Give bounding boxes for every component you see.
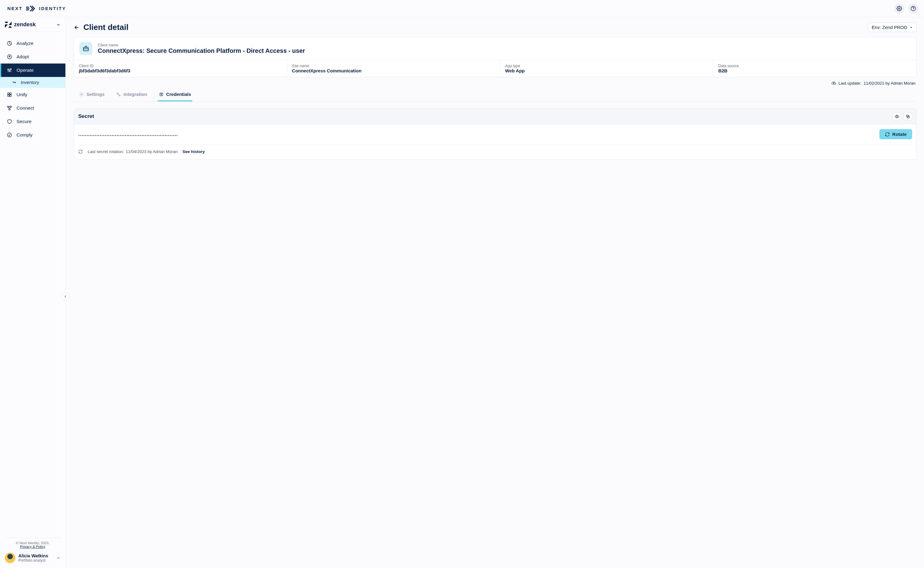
data-source-value: B2B: [718, 68, 912, 73]
sidebar-item-unify[interactable]: Unify: [0, 88, 65, 101]
svg-point-15: [9, 109, 11, 110]
sidebar-item-secure[interactable]: Secure: [0, 115, 65, 128]
svg-rect-11: [8, 95, 9, 97]
chevron-left-icon: [63, 295, 68, 299]
caret-down-icon: [910, 26, 913, 29]
brand-logo: NEXT IDENTITY: [8, 6, 66, 12]
tab-label: Credentials: [166, 92, 191, 97]
sidebar-item-operate[interactable]: Operate: [0, 63, 65, 77]
check-icon: [7, 132, 12, 138]
reveal-secret-button[interactable]: [892, 112, 901, 120]
rotate-icon: [78, 150, 83, 154]
plug-icon: [116, 92, 121, 97]
rotate-icon: [885, 132, 890, 137]
help-button[interactable]: [908, 3, 918, 14]
client-id-value: jbf3dabf3d6f3dabf3d6f3: [79, 68, 282, 73]
last-update-label: Last update:: [838, 81, 861, 86]
tabs: Settings Integration Credentials: [74, 88, 916, 102]
last-update-value: 11/02/2021 by Adrian Moran: [864, 81, 915, 86]
tab-credentials[interactable]: Credentials: [158, 88, 192, 101]
svg-point-16: [8, 133, 12, 137]
client-icon: [79, 42, 92, 55]
sidebar-item-label: Unify: [17, 92, 27, 97]
client-id-label: Client ID: [79, 64, 282, 68]
copyright-text: © Next Identity, 2023.: [5, 541, 60, 545]
operate-icon: [7, 68, 12, 73]
rotate-button[interactable]: Rotate: [879, 129, 912, 139]
app-type-value: Web App: [505, 68, 708, 73]
sidebar-item-adopt[interactable]: Adopt: [0, 50, 65, 63]
back-button[interactable]: [74, 24, 80, 30]
client-name-value: ConnectXpress: Secure Communication Plat…: [98, 47, 305, 54]
tab-integration[interactable]: Integration: [115, 88, 148, 101]
sidebar-item-label: Connect: [17, 105, 34, 111]
sidebar-subitem-inventory[interactable]: Inventory: [0, 77, 65, 88]
shield-icon: [7, 119, 12, 124]
data-source-cell: Data source B2B: [714, 60, 916, 77]
user-name: Alicia Watkins: [18, 553, 53, 558]
copy-icon: [906, 114, 910, 119]
gear-icon: [79, 92, 84, 97]
sidebar-footer: © Next Identity, 2023. Privacy & Policy: [5, 538, 60, 548]
org-picker[interactable]: zendesk: [5, 21, 60, 32]
see-history-link[interactable]: See history: [182, 150, 205, 154]
brand-text-left: NEXT: [8, 6, 23, 11]
svg-point-6: [8, 69, 9, 70]
avatar: [5, 553, 15, 563]
svg-point-7: [9, 71, 10, 71]
svg-rect-12: [10, 95, 11, 97]
user-row[interactable]: Alicia Watkins Portfolio analyst: [0, 548, 65, 568]
rotation-label: Last secret rotation:: [88, 150, 124, 154]
tab-label: Integration: [124, 92, 147, 97]
copy-secret-button[interactable]: [904, 112, 912, 120]
tab-settings[interactable]: Settings: [78, 88, 106, 101]
sidebar-item-comply[interactable]: Comply: [0, 128, 65, 142]
eye-icon: [895, 114, 899, 119]
main-content: Client detail Env: Zend PROD Client name…: [66, 17, 924, 568]
tab-label: Settings: [86, 92, 104, 97]
unify-icon: [7, 92, 12, 97]
env-selector-label: Env: Zend PROD: [872, 25, 907, 30]
env-selector[interactable]: Env: Zend PROD: [868, 23, 916, 32]
user-role: Portfolio analyst: [18, 558, 53, 562]
sidebar-item-label: Operate: [17, 68, 33, 73]
app-type-cell: App type Web App: [500, 60, 714, 77]
adopt-icon: [7, 54, 12, 60]
topbar: NEXT IDENTITY: [0, 0, 924, 17]
connect-icon: [7, 105, 12, 111]
upload-icon: [832, 81, 836, 86]
svg-point-3: [913, 9, 913, 10]
sidebar-subitem-label: Inventory: [21, 80, 39, 85]
svg-point-18: [81, 94, 82, 95]
sidebar-item-analyze[interactable]: Analyze: [0, 37, 65, 50]
data-source-label: Data source: [718, 64, 912, 68]
rotate-button-label: Rotate: [892, 131, 907, 137]
settings-button[interactable]: [894, 3, 904, 14]
page-title: Client detail: [83, 23, 129, 32]
sidebar-item-label: Adopt: [17, 54, 29, 60]
last-update-row: Last update: 11/02/2021 by Adrian Moran: [75, 81, 915, 86]
sidebar: zendesk Analyze Adopt Operate Inventory: [0, 17, 66, 568]
zendesk-logo-icon: [5, 22, 12, 28]
secret-heading: Secret: [78, 113, 94, 119]
sidebar-item-connect[interactable]: Connect: [0, 101, 65, 115]
client-card: Client name ConnectXpress: Secure Commun…: [74, 37, 916, 77]
sidebar-item-label: Comply: [17, 132, 33, 138]
svg-point-22: [161, 94, 162, 94]
svg-rect-10: [10, 93, 11, 94]
svg-point-8: [11, 69, 11, 69]
client-id-cell: Client ID jbf3dabf3d6f3dabf3d6f3: [74, 60, 287, 77]
sidebar-collapse-button[interactable]: [61, 293, 70, 301]
brand-glyph-icon: [26, 6, 36, 12]
svg-rect-9: [8, 93, 9, 94]
pie-icon: [7, 41, 12, 46]
secret-mask: ........................................…: [78, 131, 178, 137]
site-name-cell: Site name ConnectXpress Communication: [287, 60, 501, 77]
sidebar-nav: Analyze Adopt Operate Inventory Unify Co…: [0, 33, 65, 538]
privacy-policy-link[interactable]: Privacy & Policy: [20, 545, 45, 548]
svg-point-0: [26, 8, 27, 9]
help-icon: [910, 6, 916, 11]
secret-card: Secret .................................…: [74, 109, 916, 160]
app-type-label: App type: [505, 64, 708, 68]
svg-rect-17: [83, 47, 89, 51]
